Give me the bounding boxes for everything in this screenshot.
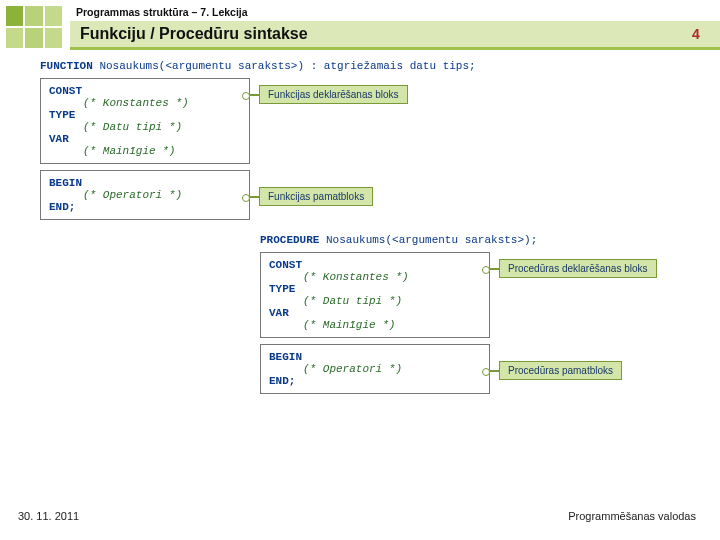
comment-types: (* Datu tipi *) [269,295,481,307]
footer-date: 30. 11. 2011 [18,510,79,522]
keyword-type: TYPE [49,109,75,121]
breadcrumb: Programmas struktūra – 7. Lekcija [70,0,720,21]
callout-function-declaration: Funkcijas deklarēšanas bloks [259,85,408,104]
keyword-procedure: PROCEDURE [260,234,319,246]
comment-vars: (* Mainīgie *) [269,319,481,331]
comment-operators: (* Operatori *) [49,189,241,201]
keyword-var: VAR [49,133,69,145]
keyword-const: CONST [49,85,82,97]
function-declaration-block: CONST (* Konstantes *) TYPE (* Datu tipi… [40,78,250,164]
comment-constants: (* Konstantes *) [49,97,241,109]
function-signature-rest: Nosaukums(<argumentu saraksts>) : atgrie… [93,60,476,72]
function-body-block: BEGIN (* Operatori *) END; Funkcijas pam… [40,170,250,220]
logo-icon [0,0,70,52]
callout-procedure-body: Procedūras pamatbloks [499,361,622,380]
keyword-end: END; [269,375,295,387]
function-signature: FUNCTION Nosaukums(<argumentu saraksts>)… [40,60,702,72]
page-title: Funkciju / Procedūru sintakse [70,21,672,50]
slide-content: FUNCTION Nosaukums(<argumentu saraksts>)… [0,52,720,394]
keyword-end: END; [49,201,75,213]
comment-types: (* Datu tipi *) [49,121,241,133]
keyword-begin: BEGIN [269,351,302,363]
comment-constants: (* Konstantes *) [269,271,481,283]
slide-header: Programmas struktūra – 7. Lekcija Funkci… [0,0,720,52]
page-number: 4 [672,21,720,50]
procedure-signature: PROCEDURE Nosaukums(<argumentu saraksts>… [260,234,702,246]
comment-vars: (* Mainīgie *) [49,145,241,157]
keyword-var: VAR [269,307,289,319]
footer-course: Programmēšanas valodas [568,510,696,522]
slide-footer: 30. 11. 2011 Programmēšanas valodas [18,510,696,522]
keyword-type: TYPE [269,283,295,295]
keyword-function: FUNCTION [40,60,93,72]
procedure-body-block: BEGIN (* Operatori *) END; Procedūras pa… [260,344,490,394]
keyword-begin: BEGIN [49,177,82,189]
callout-function-body: Funkcijas pamatbloks [259,187,373,206]
keyword-const: CONST [269,259,302,271]
comment-operators: (* Operatori *) [269,363,481,375]
procedure-signature-rest: Nosaukums(<argumentu saraksts>); [319,234,537,246]
procedure-section: PROCEDURE Nosaukums(<argumentu saraksts>… [260,234,702,394]
header-text: Programmas struktūra – 7. Lekcija Funkci… [70,0,720,52]
callout-procedure-declaration: Procedūras deklarēšanas bloks [499,259,657,278]
procedure-declaration-block: CONST (* Konstantes *) TYPE (* Datu tipi… [260,252,490,338]
